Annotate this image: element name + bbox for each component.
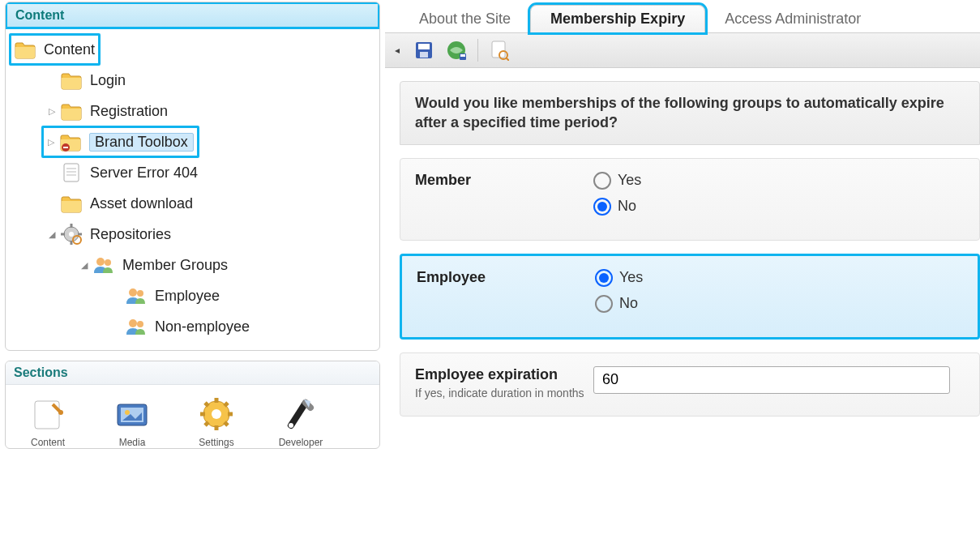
page-icon	[59, 160, 83, 185]
group-label: Member	[415, 172, 593, 224]
section-content[interactable]: Content	[15, 393, 80, 448]
expiration-input[interactable]	[593, 366, 950, 394]
radio-circle-icon	[595, 269, 613, 287]
tree-item-label: Login	[90, 72, 126, 89]
tab-membership-expiry[interactable]: Membership Expiry	[530, 5, 705, 32]
form-question: Would you like memberships of the follow…	[400, 81, 980, 145]
section-label: Developer	[279, 437, 323, 448]
save-icon[interactable]	[413, 39, 435, 62]
tree-item-server-error-404[interactable]: Server Error 404	[11, 157, 374, 188]
tree-item-label: Registration	[90, 103, 168, 120]
section-media[interactable]: Media	[100, 393, 165, 448]
svg-point-17	[129, 319, 137, 327]
tree-item-label: Member Groups	[122, 257, 228, 274]
radio-circle-icon	[593, 198, 611, 216]
tree-item-login[interactable]: Login	[11, 65, 374, 96]
tree-item-label: Brand Toolbox	[89, 133, 194, 152]
radio-label: Yes	[619, 269, 643, 286]
tree-item-label: Content	[44, 41, 95, 58]
svg-point-25	[212, 409, 221, 419]
people-icon	[124, 284, 148, 308]
svg-point-14	[105, 259, 111, 266]
developer-icon	[280, 393, 322, 435]
svg-line-33	[205, 422, 208, 425]
radio-label: Yes	[618, 172, 641, 189]
tab-about-the-site[interactable]: About the Site	[400, 6, 530, 32]
tab-access-administrator[interactable]: Access Administrator	[705, 6, 880, 32]
svg-point-34	[289, 423, 293, 428]
group-block-employee: EmployeeYesNo	[400, 254, 980, 340]
expander-icon[interactable]: ▷	[45, 137, 57, 147]
section-label: Media	[119, 437, 146, 448]
svg-rect-40	[460, 54, 465, 57]
folder-icon	[59, 68, 83, 92]
radio-member-no[interactable]: No	[593, 198, 641, 216]
form-area: Would you like memberships of the follow…	[385, 68, 980, 417]
section-label: Settings	[199, 437, 233, 448]
svg-line-32	[225, 403, 228, 406]
svg-point-20	[58, 410, 63, 415]
tree-item-label: Non-employee	[155, 318, 250, 335]
expiration-label: Employee expiration If yes, indicate dur…	[415, 366, 593, 399]
sections-panel: Sections ContentMediaSettingsDeveloper	[5, 361, 380, 449]
tree-item-label: Repositories	[90, 226, 171, 243]
svg-line-31	[225, 422, 228, 425]
media-icon	[111, 393, 153, 435]
tree-item-label: Asset download	[90, 195, 193, 212]
tree-item-member-groups[interactable]: ◢ Member Groups	[11, 250, 374, 280]
tree-item-employee[interactable]: Employee	[11, 280, 374, 311]
svg-rect-36	[418, 44, 430, 49]
folder-restricted-icon	[58, 130, 83, 154]
radio-label: No	[619, 295, 638, 312]
content-panel: Content Content Login▷ Registration▷ Bra…	[5, 2, 380, 351]
tree-item-registration[interactable]: ▷ Registration	[11, 96, 374, 126]
group-block-member: MemberYesNo	[400, 158, 980, 241]
svg-rect-2	[64, 164, 79, 182]
people-icon	[124, 314, 148, 339]
people-icon	[92, 253, 116, 277]
section-settings[interactable]: Settings	[184, 393, 249, 448]
expander-icon[interactable]: ◢	[46, 229, 58, 240]
employee-expiration-block: Employee expiration If yes, indicate dur…	[400, 352, 980, 417]
svg-point-16	[137, 290, 143, 297]
tree-item-asset-download[interactable]: Asset download	[11, 188, 374, 219]
radio-label: No	[618, 198, 636, 215]
svg-rect-37	[420, 52, 428, 58]
tree-item-brand-toolbox[interactable]: ▷ Brand Toolbox	[11, 126, 374, 157]
settings-icon	[195, 393, 238, 435]
svg-line-43	[506, 58, 509, 61]
svg-line-30	[205, 403, 208, 406]
svg-point-23	[125, 410, 130, 415]
folder-icon	[59, 99, 83, 123]
expiration-help: If yes, indicate duration in months	[415, 387, 593, 399]
tree-item-label: Server Error 404	[90, 164, 198, 182]
svg-rect-1	[63, 147, 68, 148]
preview-icon[interactable]	[488, 39, 511, 62]
tree-item-non-employee[interactable]: Non-employee	[11, 311, 374, 342]
expander-icon[interactable]: ▷	[46, 106, 58, 117]
toolbar-back-arrow[interactable]: ◂	[395, 45, 400, 56]
radio-member-yes[interactable]: Yes	[593, 172, 641, 190]
content-tree: Content Login▷ Registration▷ Brand Toolb…	[6, 29, 379, 350]
tabs: About the SiteMembership ExpiryAccess Ad…	[385, 2, 980, 32]
gear-icon	[59, 222, 83, 246]
content-panel-header: Content	[5, 2, 380, 29]
folder-icon	[13, 37, 37, 62]
expander-icon[interactable]: ◢	[79, 260, 90, 271]
radio-employee-yes[interactable]: Yes	[595, 269, 643, 287]
tree-item-label: Employee	[155, 288, 220, 305]
toolbar: ◂	[385, 32, 980, 68]
svg-point-7	[69, 232, 74, 237]
tree-item-repositories[interactable]: ◢ Repositories	[11, 219, 374, 250]
save-publish-icon[interactable]	[445, 39, 468, 62]
radio-employee-no[interactable]: No	[595, 295, 643, 313]
sections-grid: ContentMediaSettingsDeveloper	[6, 385, 379, 448]
section-label: Content	[31, 437, 65, 448]
sections-panel-header: Sections	[6, 361, 379, 385]
radio-circle-icon	[595, 295, 613, 313]
section-developer[interactable]: Developer	[268, 393, 333, 448]
tree-item-content[interactable]: Content	[11, 34, 374, 65]
toolbar-separator	[477, 39, 478, 62]
radio-circle-icon	[593, 172, 611, 190]
content-icon	[27, 393, 69, 435]
